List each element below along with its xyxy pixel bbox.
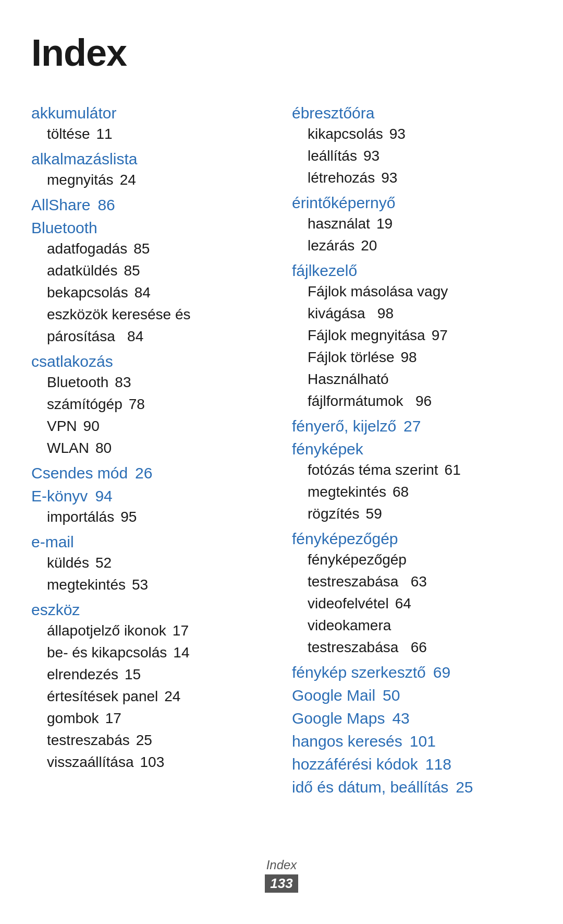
list-item: fénykép szerkesztő 69 bbox=[292, 664, 532, 681]
list-item: hozzáférési kódok 118 bbox=[292, 755, 532, 773]
list-item: hangos keresés 101 bbox=[292, 733, 532, 750]
list-item: fényképezőgép fényképezőgéptestreszabása… bbox=[292, 530, 532, 658]
index-columns: akkumulátor töltése11 alkalmazáslista me… bbox=[31, 99, 532, 798]
list-item: E-könyv 94 importálás95 bbox=[31, 487, 271, 528]
list-item: fájlkezelő Fájlok másolása vagykivágása … bbox=[292, 262, 532, 412]
list-item: érintőképernyő használat19 lezárás20 bbox=[292, 194, 532, 257]
list-item: eszköz állapotjelző ikonok17 be- és kika… bbox=[31, 601, 271, 773]
list-item: fényerő, kijelző 27 bbox=[292, 417, 532, 435]
left-column: akkumulátor töltése11 alkalmazáslista me… bbox=[31, 99, 292, 775]
list-item: AllShare 86 bbox=[31, 196, 271, 214]
list-item: Csendes mód 26 bbox=[31, 464, 271, 482]
list-item: akkumulátor töltése11 bbox=[31, 104, 271, 145]
list-item: Google Maps 43 bbox=[292, 710, 532, 727]
list-item: ébresztőóra kikapcsolás93 leállítás93 lé… bbox=[292, 104, 532, 189]
page-footer: Index 133 bbox=[0, 858, 563, 893]
list-item: fényképek fotózás téma szerint61 megteki… bbox=[292, 440, 532, 525]
page-title: Index bbox=[31, 31, 532, 74]
footer-page: 133 bbox=[265, 874, 298, 893]
list-item: csatlakozás Bluetooth83 számítógép78 VPN… bbox=[31, 353, 271, 459]
list-item: Google Mail 50 bbox=[292, 687, 532, 704]
list-item: alkalmazáslista megnyitás24 bbox=[31, 150, 271, 191]
footer-label: Index bbox=[0, 858, 563, 872]
list-item: e-mail küldés52 megtekintés53 bbox=[31, 533, 271, 596]
right-column: ébresztőóra kikapcsolás93 leállítás93 lé… bbox=[292, 99, 532, 798]
list-item: Bluetooth adatfogadás85 adatküldés85 bek… bbox=[31, 219, 271, 347]
list-item: idő és dátum, beállítás 25 bbox=[292, 778, 532, 796]
